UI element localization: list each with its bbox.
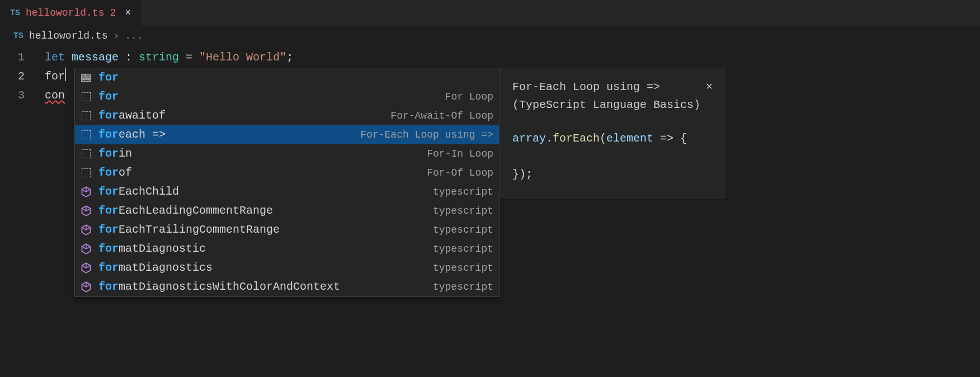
editor-tab[interactable]: TS helloworld.ts 2 × [0,0,142,26]
code-editor[interactable]: 1 2 3 let message : string = "Hello Worl… [0,46,980,105]
tab-close-button[interactable]: × [121,7,131,18]
suggest-detail: typescript [433,277,493,296]
suggest-item[interactable]: forEachLeadingCommentRangetypescript [75,201,499,220]
token-punct: ; [286,51,293,64]
method-icon [81,186,92,197]
suggest-detail: For-Await-Of Loop [390,106,493,125]
snippet-icon [81,167,92,178]
method-icon [81,224,92,235]
token-identifier: message [72,51,119,64]
docs-title: For-Each Loop using => (TypeScript Langu… [512,78,701,114]
suggest-detail: typescript [433,239,493,258]
token-param: element [606,132,653,145]
suggest-label: forof [98,163,420,182]
token-method: forEach [553,132,600,145]
suggest-label: forEachTrailingCommentRange [98,220,426,239]
svg-rect-3 [88,77,91,79]
breadcrumb[interactable]: TS helloworld.ts › ... [0,26,980,46]
snippet-icon [81,91,92,102]
suggest-item[interactable]: forFor Loop [75,87,499,106]
svg-rect-4 [82,80,91,82]
line-number-gutter: 1 2 3 [0,48,45,105]
suggest-label: formatDiagnostics [98,258,426,277]
suggest-label: forEachChild [98,182,426,201]
token-op: : [119,51,139,64]
token-punct: ( [600,132,606,145]
snippet-icon [81,110,92,121]
method-icon [81,243,92,255]
snippet-icon [81,148,92,159]
intellisense-suggest-list[interactable]: forforFor LoopforawaitofFor-Await-Of Loo… [74,68,500,297]
token-typing: for [45,70,65,83]
suggest-item[interactable]: formatDiagnostictypescript [75,239,499,258]
tab-bar: TS helloworld.ts 2 × [0,0,980,26]
token-op: = [179,51,199,64]
suggest-label: forawaitof [98,106,384,125]
intellisense-documentation: For-Each Loop using => (TypeScript Langu… [501,68,724,197]
suggest-item[interactable]: foreach =>For-Each Loop using => [75,125,499,144]
tab-filename: helloworld.ts [26,7,104,18]
token-punct: }); [512,168,533,181]
token-identifier: array [512,132,546,145]
code-line[interactable]: let message : string = "Hello World"; [45,48,980,67]
svg-rect-1 [86,74,91,76]
suggest-detail: For-Each Loop using => [360,125,493,144]
svg-rect-0 [82,74,84,76]
suggest-label: for [98,68,493,87]
suggest-label: forin [98,144,420,163]
token-type: string [139,51,179,64]
keyword-icon [81,72,92,83]
suggest-label: formatDiagnostic [98,239,426,258]
token-keyword: let [45,51,65,64]
svg-rect-2 [82,77,87,79]
suggest-detail: typescript [433,258,493,277]
code-content[interactable]: let message : string = "Hello World"; fo… [45,48,980,105]
suggest-detail: For-In Loop [427,144,493,163]
token-punct: . [546,132,553,145]
suggest-item[interactable]: forEachChildtypescript [75,182,499,201]
docs-close-button[interactable]: × [701,78,713,96]
method-icon [81,262,92,274]
suggest-item[interactable]: forinFor-In Loop [75,144,499,163]
suggest-item[interactable]: forawaitofFor-Await-Of Loop [75,106,499,125]
method-icon [81,205,92,216]
typescript-file-icon: TS [13,31,23,41]
suggest-item[interactable]: forEachTrailingCommentRangetypescript [75,220,499,239]
chevron-right-icon: › [113,30,119,41]
tab-problems-badge: 2 [110,7,116,18]
suggest-detail: For Loop [445,87,493,106]
breadcrumb-more: ... [125,30,143,41]
suggest-item[interactable]: forofFor-Of Loop [75,163,499,182]
suggest-detail: For-Of Loop [427,163,493,182]
suggest-item[interactable]: formatDiagnosticsWithColorAndContexttype… [75,277,499,296]
snippet-icon [81,129,92,140]
token-error: con [45,89,65,102]
suggest-label: for [98,87,439,106]
line-number: 3 [0,86,25,105]
suggest-label: foreach => [98,125,354,144]
docs-code-snippet: array.forEach(element => { }); [512,130,713,183]
token-punct: => { [653,132,687,145]
line-number: 1 [0,48,25,67]
suggest-item[interactable]: formatDiagnosticstypescript [75,258,499,277]
suggest-detail: typescript [433,220,493,239]
text-cursor [65,68,66,81]
line-number: 2 [0,67,25,86]
suggest-item[interactable]: for [75,68,499,87]
suggest-label: formatDiagnosticsWithColorAndContext [98,277,426,296]
suggest-detail: typescript [433,201,493,220]
suggest-label: forEachLeadingCommentRange [98,201,426,220]
suggest-detail: typescript [433,182,493,201]
method-icon [81,281,92,293]
typescript-file-icon: TS [10,8,20,18]
token-string: "Hello World" [199,51,286,64]
breadcrumb-filename: helloworld.ts [29,30,107,41]
